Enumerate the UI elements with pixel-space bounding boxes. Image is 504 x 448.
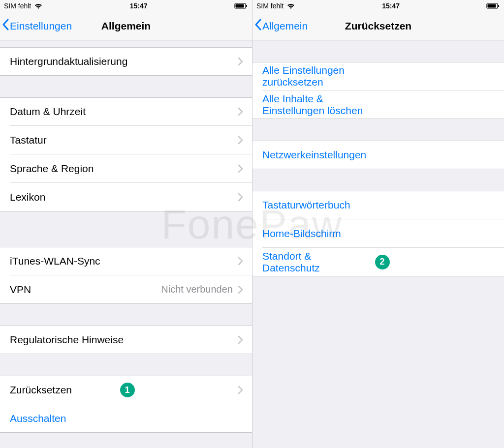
chevron-right-icon: [238, 193, 243, 202]
nav-back-label: Einstellungen: [10, 20, 72, 32]
reset-content[interactable]: Alle Einstellungen zurücksetzenAlle Inha…: [252, 40, 504, 448]
list-row[interactable]: Alle Einstellungen zurücksetzen: [252, 62, 504, 90]
group-gap: [252, 119, 504, 141]
list-row[interactable]: Standort & Datenschutz2: [252, 248, 504, 276]
row-label: Sprache & Region: [10, 163, 124, 175]
list-row[interactable]: Regulatorische Hinweise: [0, 326, 252, 354]
svg-rect-5: [498, 5, 499, 7]
group-gap: [252, 169, 504, 191]
group-gap: [0, 211, 252, 247]
group-gap: [0, 354, 252, 376]
row-label: iTunes-WLAN-Sync: [10, 255, 124, 267]
row-label: Standort & Datenschutz: [262, 250, 368, 274]
list-row[interactable]: Hintergrundaktualisierung: [0, 47, 252, 76]
row-label: Tastatur: [10, 134, 124, 146]
row-label: Tastaturwörterbuch: [262, 199, 379, 211]
carrier-text: SIM fehlt: [256, 2, 284, 10]
step-badge: 2: [375, 255, 390, 269]
list-row[interactable]: Netzwerkeinstellungen: [252, 141, 504, 169]
chevron-right-icon: [238, 57, 243, 66]
chevron-left-icon: [254, 19, 262, 33]
row-label: Alle Inhalte & Einstellungen löschen: [262, 93, 379, 117]
chevron-right-icon: [238, 285, 243, 294]
status-bar: SIM fehlt 15:47: [0, 0, 252, 12]
list-row[interactable]: Alle Inhalte & Einstellungen löschen: [252, 90, 504, 119]
battery-icon: [234, 2, 248, 9]
list-row[interactable]: Tastatur: [0, 126, 252, 154]
list-row[interactable]: Lexikon: [0, 183, 252, 211]
battery-icon: [486, 2, 500, 9]
chevron-right-icon: [238, 107, 243, 116]
row-label: Hintergrundaktualisierung: [10, 56, 127, 67]
nav-back-label: Allgemein: [262, 20, 308, 32]
group-gap: [0, 76, 252, 97]
list-row[interactable]: Sprache & Region: [0, 154, 252, 183]
row-label: Datum & Uhrzeit: [10, 106, 124, 118]
wifi-icon: [34, 2, 43, 9]
phone-right: SIM fehlt 15:47 Allgemein Zurücksetzen A…: [252, 0, 504, 448]
list-row[interactable]: Ausschalten: [0, 404, 252, 433]
chevron-right-icon: [238, 386, 243, 394]
chevron-right-icon: [238, 257, 243, 266]
status-time: 15:47: [382, 2, 400, 10]
list-row[interactable]: Home-Bildschirm: [252, 219, 504, 248]
list-row[interactable]: Datum & Uhrzeit: [0, 97, 252, 126]
group-gap: [252, 40, 504, 62]
row-label: VPN: [10, 284, 86, 296]
svg-rect-1: [236, 4, 244, 8]
row-label: Alle Einstellungen zurücksetzen: [262, 64, 379, 88]
status-time: 15:47: [130, 2, 148, 10]
svg-rect-4: [488, 4, 496, 8]
carrier-text: SIM fehlt: [4, 2, 31, 10]
chevron-right-icon: [238, 335, 243, 344]
nav-back-button[interactable]: Einstellungen: [2, 19, 72, 33]
chevron-right-icon: [238, 136, 243, 145]
phone-left: SIM fehlt 15:47 Einstellungen Allgemein …: [0, 0, 252, 448]
nav-bar: Allgemein Zurücksetzen: [252, 12, 504, 40]
nav-back-button[interactable]: Allgemein: [254, 19, 308, 33]
row-label: Regulatorische Hinweise: [10, 334, 124, 346]
row-label: Ausschalten: [10, 413, 126, 424]
settings-content[interactable]: HintergrundaktualisierungDatum & Uhrzeit…: [0, 40, 252, 448]
chevron-left-icon: [2, 19, 10, 33]
row-label: Zurücksetzen: [10, 384, 113, 396]
list-row[interactable]: Tastaturwörterbuch: [252, 191, 504, 219]
row-label: Netzwerkeinstellungen: [262, 149, 379, 161]
row-label: Lexikon: [10, 191, 124, 203]
row-label: Home-Bildschirm: [262, 228, 379, 239]
wifi-icon: [286, 2, 295, 9]
list-row[interactable]: Zurücksetzen1: [0, 376, 252, 404]
status-bar: SIM fehlt 15:47: [252, 0, 504, 12]
list-row[interactable]: iTunes-WLAN-Sync: [0, 247, 252, 275]
list-row[interactable]: VPNNicht verbunden: [0, 275, 252, 304]
group-gap: [0, 40, 252, 47]
svg-rect-2: [246, 5, 247, 7]
step-badge: 1: [120, 383, 135, 397]
group-gap: [0, 304, 252, 326]
nav-bar: Einstellungen Allgemein: [0, 12, 252, 40]
chevron-right-icon: [238, 164, 243, 173]
row-value: Nicht verbunden: [161, 284, 233, 295]
